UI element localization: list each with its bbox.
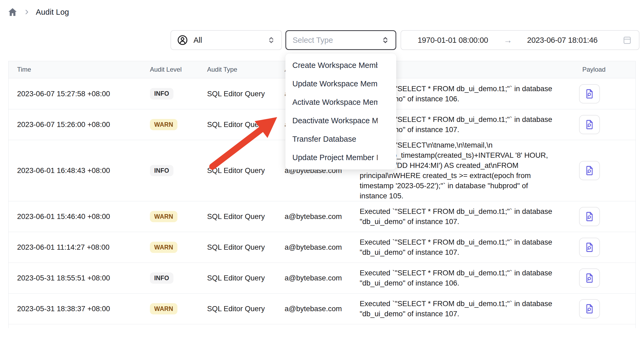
view-payload-button[interactable] — [579, 238, 600, 257]
status-badge: WARN — [150, 242, 177, 253]
table-row: 2023-06-01 11:14:27 +08:00 WARN SQL Edit… — [9, 232, 635, 263]
row-audit-type: SQL Editor Query — [199, 211, 276, 222]
type-filter-placeholder: Select Type — [293, 36, 381, 45]
status-badge: WARN — [150, 119, 177, 130]
row-time: 2023-06-07 15:27:58 +08:00 — [9, 89, 141, 99]
row-audit-type: SQL Editor Query — [199, 304, 276, 314]
table-row: 2023-05-31 18:38:37 +08:00 WARN SQL Edit… — [9, 293, 635, 324]
menu-item-activate-workspace-member[interactable]: Activate Workspace Member — [285, 93, 396, 111]
document-search-icon — [584, 119, 595, 130]
table-row-partial — [9, 324, 635, 328]
row-time: 2023-06-01 15:46:40 +08:00 — [9, 211, 141, 222]
row-actor: a@bytebase.com — [276, 242, 351, 252]
actor-filter-select[interactable]: All — [170, 30, 282, 50]
view-payload-button[interactable] — [579, 207, 600, 226]
status-badge: INFO — [150, 88, 173, 99]
row-audit-level: WARN — [141, 211, 199, 222]
row-audit-level: INFO — [141, 165, 199, 176]
menu-item-transfer-database[interactable]: Transfer Database — [285, 130, 396, 148]
chevron-right-icon — [24, 9, 30, 15]
up-down-chevrons-icon — [381, 36, 390, 44]
table-row: 2023-05-31 18:55:51 +08:00 INFO SQL Edit… — [9, 263, 635, 293]
table-row: 2023-06-01 15:46:40 +08:00 WARN SQL Edit… — [9, 201, 635, 232]
menu-item-update-project-member-role[interactable]: Update Project Member Role — [285, 148, 396, 167]
row-audit-level: INFO — [141, 272, 199, 284]
menu-item-deactivate-workspace-member[interactable]: Deactivate Workspace Member — [285, 111, 396, 130]
breadcrumb: Audit Log — [7, 7, 69, 17]
view-payload-button[interactable] — [579, 299, 600, 318]
up-down-chevrons-icon — [267, 36, 276, 44]
column-header-audit-type: Audit Type — [199, 66, 276, 74]
view-payload-button[interactable] — [579, 161, 600, 180]
row-audit-type: SQL Editor Query — [199, 273, 276, 283]
row-time: 2023-06-07 15:26:00 +08:00 — [9, 120, 141, 130]
row-audit-level: INFO — [141, 88, 199, 99]
date-range-start[interactable]: 1970-01-01 08:00:00 — [418, 36, 488, 45]
row-audit-level: WARN — [141, 303, 199, 315]
row-audit-type: SQL Editor Query — [199, 120, 276, 130]
row-audit-type: SQL Editor Query — [199, 89, 276, 99]
view-payload-button[interactable] — [579, 84, 600, 103]
type-filter-select[interactable]: Select Type — [285, 30, 396, 50]
row-actor: a@bytebase.com — [276, 273, 351, 283]
column-header-time: Time — [9, 66, 141, 74]
row-audit-type: SQL Editor Query — [199, 242, 276, 252]
document-search-icon — [584, 241, 595, 253]
document-search-icon — [584, 88, 595, 100]
row-time: 2023-05-31 18:55:51 +08:00 — [9, 273, 141, 283]
row-payload — [561, 115, 635, 134]
range-arrow-icon: → — [504, 35, 512, 45]
person-circle-icon — [177, 34, 188, 46]
row-actor: a@bytebase.com — [276, 211, 351, 222]
type-select-dropdown: Create Workspace Member Update Workspace… — [285, 53, 396, 170]
menu-item-label: Update Workspace Member — [292, 79, 378, 88]
row-audit-level: WARN — [141, 119, 199, 130]
page-title: Audit Log — [36, 8, 69, 17]
row-comment: Executed `"SELECT * FROM db_ui_demo.t1;"… — [351, 237, 561, 257]
document-search-icon — [584, 303, 595, 315]
row-comment: Executed `"SELECT * FROM db_ui_demo.t1;"… — [351, 206, 561, 227]
row-audit-type: SQL Editor Query — [199, 165, 276, 176]
date-range-picker[interactable]: 1970-01-01 08:00:00 → 2023-06-07 18:01:4… — [401, 30, 639, 50]
menu-item-label: Deactivate Workspace Member — [292, 116, 378, 125]
document-search-icon — [584, 165, 595, 176]
menu-item-label: Create Workspace Member — [292, 61, 378, 70]
row-actor: a@bytebase.com — [276, 304, 351, 314]
column-header-audit-level: Audit Level — [141, 66, 199, 74]
menu-item-create-workspace-member[interactable]: Create Workspace Member — [285, 56, 396, 75]
row-comment: Executed `"SELECT * FROM db_ui_demo.t1;"… — [351, 299, 561, 319]
row-payload — [561, 84, 635, 103]
view-payload-button[interactable] — [579, 268, 600, 288]
view-payload-button[interactable] — [579, 115, 600, 134]
row-payload — [561, 238, 635, 257]
menu-item-update-workspace-member[interactable]: Update Workspace Member — [285, 75, 396, 93]
date-range-end[interactable]: 2023-06-07 18:01:46 — [527, 36, 598, 45]
menu-item-label: Transfer Database — [292, 135, 378, 144]
status-badge: INFO — [150, 165, 173, 176]
row-comment: Executed `"SELECT * FROM db_ui_demo.t1;"… — [351, 268, 561, 288]
row-audit-level: WARN — [141, 242, 199, 253]
row-payload — [561, 161, 635, 180]
status-badge: WARN — [150, 303, 177, 315]
status-badge: INFO — [150, 272, 173, 284]
row-time: 2023-06-01 11:14:27 +08:00 — [9, 242, 141, 252]
menu-item-label: Activate Workspace Member — [292, 98, 378, 107]
column-header-payload: Payload — [561, 66, 635, 74]
calendar-icon — [622, 35, 632, 45]
row-payload — [561, 207, 635, 226]
row-payload — [561, 299, 635, 318]
document-search-icon — [584, 272, 595, 284]
actor-filter-value: All — [193, 36, 262, 45]
row-time: 2023-06-01 16:48:43 +08:00 — [9, 165, 141, 176]
menu-item-label: Update Project Member Role — [292, 153, 378, 162]
document-search-icon — [584, 211, 595, 222]
home-icon[interactable] — [7, 7, 18, 17]
row-payload — [561, 268, 635, 288]
row-time: 2023-05-31 18:38:37 +08:00 — [9, 304, 141, 314]
status-badge: WARN — [150, 211, 177, 222]
